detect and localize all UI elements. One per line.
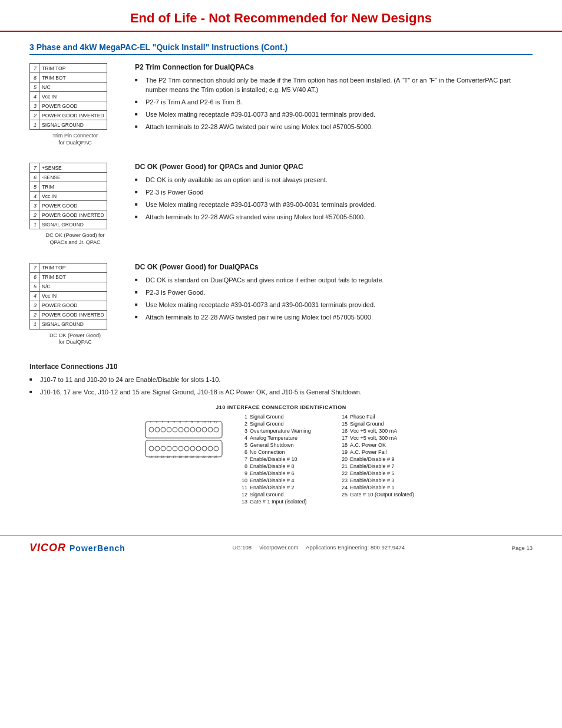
j10-pin-columns: 1Signal Ground2Signal Ground3Overtempera… [237,414,419,506]
list-item: P2-7 is Trim A and P2-6 is Trim B. [135,98,533,107]
j10-pin-label: Analog Temperature [250,435,297,441]
j10-pin-label: Enable/Disable # 6 [250,470,295,476]
list-item: 8Enable/Disable # 8 [237,463,319,469]
j10-pin-col-left: 1Signal Ground2Signal Ground3Overtempera… [237,414,319,506]
list-item: DC OK is only available as an option and… [135,176,533,185]
list-item: Use Molex mating receptacle #39-01-0073 … [135,301,533,310]
j10-pin-number: 4 [237,435,247,441]
footer-website: vicorpower.com [259,544,298,551]
dc-ok-qpac-bullets: DC OK is only available as an option and… [135,176,533,222]
j10-pin-number: 14 [337,414,348,420]
svg-point-13 [214,427,219,432]
svg-text:2: 2 [156,420,158,424]
svg-text:11: 11 [208,420,211,424]
svg-point-20 [184,446,189,451]
dc-ok-dual-bullets: DC OK is standard on DualQPACs and gives… [135,276,533,322]
j10-pin-number: 21 [337,463,348,469]
j10-connector-svg: 1 2 3 4 5 6 7 8 9 10 11 12 [143,419,225,460]
svg-text:22: 22 [202,455,206,459]
j10-pin-label: Gate # 10 (Output Isolated) [350,492,414,498]
list-item: 12Signal Ground [237,492,319,498]
j10-pin-number: 16 [337,428,348,434]
page: End of Life - Not Recommended for New De… [0,0,562,728]
list-item: 13Gate # 1 Input (isolated) [237,499,319,505]
j10-pin-label: Enable/Disable # 8 [250,463,295,469]
svg-point-6 [173,427,177,432]
svg-point-16 [161,446,166,451]
list-item: 9Enable/Disable # 6 [237,470,319,476]
j10-pin-label: Enable/Disable # 2 [250,485,295,490]
svg-text:20: 20 [190,455,194,459]
list-item: J10-16, 17 are Vcc, J10-12 and 15 are Si… [29,388,533,397]
j10-layout: 1 2 3 4 5 6 7 8 9 10 11 12 [29,414,533,506]
svg-point-24 [208,446,213,451]
svg-point-23 [202,446,207,451]
svg-text:14: 14 [155,455,158,459]
svg-text:23: 23 [208,455,211,459]
j10-pin-label: A.C. Power OK [350,442,386,448]
svg-text:16: 16 [167,455,170,459]
j10-bullets: J10-7 to 11 and J10-20 to 24 are Enable/… [29,375,533,397]
j10-pin-number: 11 [237,485,247,490]
list-item: 4Analog Temperature [237,435,319,441]
svg-point-19 [178,446,183,451]
list-item: P2-3 is Power Good. [135,288,533,298]
svg-point-17 [167,446,171,451]
j10-pin-label: Signal Ground [350,421,384,427]
footer-logo-vicor: VICOR [29,542,66,554]
svg-text:24: 24 [214,455,217,459]
p2-trim-section: 7TRIM TOP6TRIM BOT5N/C4Vcc IN3POWER GOOD… [29,63,533,146]
svg-point-8 [184,427,189,432]
svg-point-12 [208,427,213,432]
list-item: Attach terminals to 22-28 AWG stranded w… [135,213,533,222]
svg-point-10 [196,427,201,432]
footer-logo: VICOR PowerBench [29,542,125,554]
list-item: 20Enable/Disable # 9 [337,456,419,462]
j10-pin-number: 13 [237,499,247,505]
j10-pin-label: Enable/Disable # 9 [350,456,395,462]
footer: VICOR PowerBench UG:108 vicorpower.com A… [0,535,562,560]
svg-point-3 [155,427,160,432]
svg-text:10: 10 [202,420,206,424]
svg-text:3: 3 [162,420,164,424]
svg-text:17: 17 [173,455,176,459]
list-item: 22Enable/Disable # 5 [337,470,419,476]
j10-pin-label: Signal Ground [250,414,284,420]
svg-point-5 [167,427,171,432]
j10-diagram-area: J10 INTERFACE CONNECTOR IDENTIFICATION [29,404,533,506]
dc-ok-dual-connector-table: 7TRIM TOP6TRIM BOT5N/C4Vcc IN3POWER GOOD… [29,263,107,330]
j10-pin-label: No Connection [250,449,285,455]
j10-pin-number: 24 [337,485,348,490]
list-item: 3Overtemperature Warning [237,428,319,434]
j10-pin-number: 10 [237,477,247,483]
top-banner: End of Life - Not Recommended for New De… [0,0,562,32]
dc-ok-qpac-content: DC OK (Power Good) for QPACs and Junior … [135,163,533,225]
svg-text:5: 5 [174,420,176,424]
svg-point-25 [214,446,219,451]
main-content: 3 Phase and 4kW MegaPAC-EL "Quick Instal… [0,32,562,518]
svg-text:12: 12 [214,420,217,424]
list-item: 17Vcc +5 volt, 300 mA [337,435,419,441]
p2-trim-caption: Trim Pin Connectorfor DualQPAC [29,133,121,146]
j10-pin-label: Vcc +5 volt, 300 mA [350,428,397,434]
list-item: 7Enable/Disable # 10 [237,456,319,462]
list-item: DC OK is standard on DualQPACs and gives… [135,276,533,285]
list-item: 21Enable/Disable # 7 [337,463,419,469]
list-item: 1Signal Ground [237,414,319,420]
dc-ok-dual-caption: DC OK (Power Good)for DualQPAC [29,332,121,346]
svg-text:6: 6 [180,420,181,424]
svg-text:13: 13 [149,455,153,459]
footer-phone: Applications Engineering: 800 927.9474 [306,544,405,551]
j10-pin-label: Enable/Disable # 5 [350,470,395,476]
j10-pin-label: Enable/Disable # 3 [350,477,395,483]
banner-title: End of Life - Not Recommended for New De… [0,11,562,26]
j10-pin-number: 1 [237,414,247,420]
list-item: Attach terminals to 22-28 AWG twisted pa… [135,123,533,132]
list-item: The P2 Trim connection should only be ma… [135,76,533,95]
j10-heading: Interface Connections J10 [29,363,533,371]
j10-pin-label: Enable/Disable # 10 [250,456,297,462]
p2-trim-connector-diagram: 7TRIM TOP6TRIM BOT5N/C4Vcc IN3POWER GOOD… [29,63,121,146]
svg-point-4 [161,427,166,432]
footer-page: Page 13 [512,545,533,551]
j10-connector-image: 1 2 3 4 5 6 7 8 9 10 11 12 [143,419,225,461]
